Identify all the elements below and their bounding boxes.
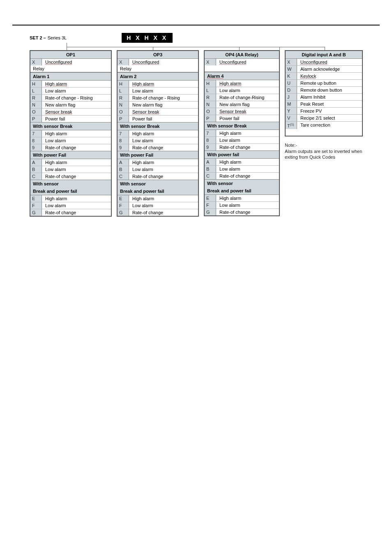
op1-column: OP1 X Unconfigured Relay Alarm 1 HHigh a… bbox=[30, 50, 112, 219]
digital-input-column: Digital input A and B XUnconfigured WAla… bbox=[285, 50, 363, 219]
power-fail-header: With power Fail bbox=[30, 151, 111, 159]
set-label: SET 2 – bbox=[30, 35, 46, 40]
series-label: Series 3L bbox=[48, 35, 67, 40]
op4-column: OP4 (AA Relay) XUnconfigured Alarm 4 HHi… bbox=[204, 50, 280, 219]
value-cell: Unconfigured bbox=[45, 60, 72, 65]
connector-diagram bbox=[30, 44, 380, 50]
op1-title: OP1 bbox=[30, 51, 111, 59]
page-heading: SET 2 – Series 3L H X H X X bbox=[30, 33, 380, 43]
table-row: X Unconfigured bbox=[30, 59, 111, 65]
relay-label: Relay bbox=[30, 65, 111, 72]
alarm-header: Alarm 1 bbox=[30, 72, 111, 81]
op4-title: OP4 (AA Relay) bbox=[205, 51, 279, 59]
op3-column: OP3 XUnconfigured Relay Alarm 2 HHigh al… bbox=[117, 50, 199, 219]
digital-title: Digital input A and B bbox=[286, 51, 362, 59]
sensor-break-header: With sensor Break bbox=[30, 122, 111, 130]
op3-title: OP3 bbox=[118, 51, 198, 59]
code-cell: X bbox=[30, 59, 42, 65]
code-banner: H X H X X bbox=[122, 33, 173, 43]
note-text: Note:- Alarm outputs are set to inverted… bbox=[285, 142, 363, 161]
